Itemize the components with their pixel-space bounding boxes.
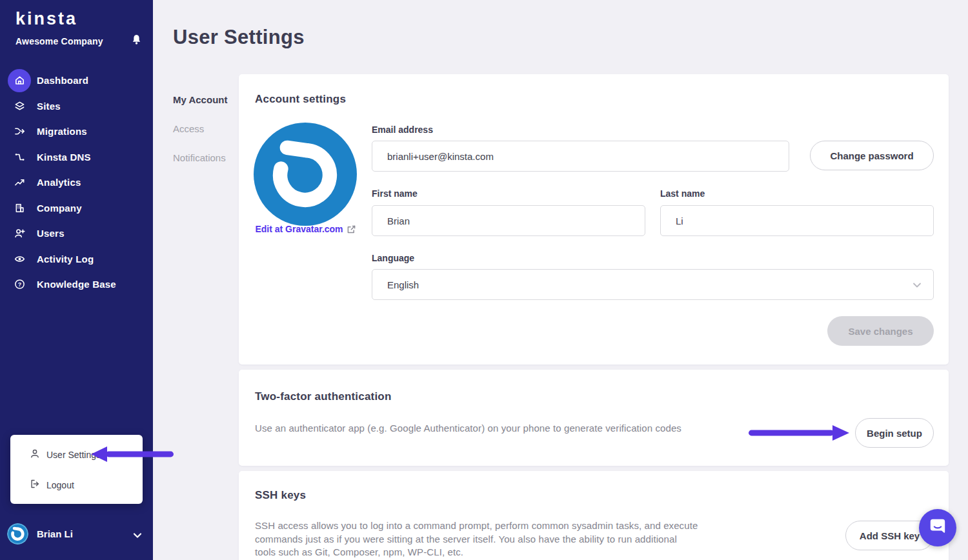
external-link-icon [347, 225, 356, 236]
menu-item-user-settings[interactable]: User Settings [30, 445, 101, 465]
sidebar-item-knowledge-base[interactable]: ? Knowledge Base [0, 272, 153, 297]
menu-item-logout[interactable]: Logout [30, 475, 74, 495]
annotation-arrow-left-icon [91, 446, 175, 465]
sidebar-item-label: Company [37, 203, 82, 214]
save-changes-button: Save changes [827, 316, 934, 346]
route-icon [8, 145, 31, 168]
email-field[interactable] [372, 141, 789, 172]
help-circle-icon: ? [8, 273, 31, 296]
ssh-keys-heading: SSH keys [255, 489, 306, 502]
chat-bubble-icon [929, 517, 947, 538]
person-icon [30, 448, 40, 461]
sidebar-item-label: Migrations [37, 126, 87, 137]
main-content: User Settings My Account Access Notifica… [153, 0, 968, 560]
sidebar: kinsta Awesome Company Dashboard [0, 0, 153, 560]
eye-icon [8, 247, 31, 270]
edit-gravatar-link[interactable]: Edit at Gravatar.com [255, 224, 343, 234]
sidebar-item-users[interactable]: Users [0, 221, 153, 246]
first-name-label: First name [372, 188, 418, 199]
sidebar-item-company[interactable]: Company [0, 195, 153, 221]
kinsta-dashboard: kinsta Awesome Company Dashboard [0, 0, 968, 560]
language-value: English [387, 279, 419, 290]
gravatar-link-row: Edit at Gravatar.com [247, 223, 363, 236]
trending-up-icon [8, 171, 31, 194]
user-name: Brian Li [37, 528, 73, 539]
sidebar-item-label: Dashboard [37, 75, 88, 86]
merge-icon [8, 120, 31, 143]
email-label: Email address [372, 125, 433, 135]
chat-widget-button[interactable] [919, 509, 956, 546]
bell-icon[interactable] [131, 34, 142, 48]
sidebar-item-label: Activity Log [37, 254, 94, 265]
layers-icon [8, 94, 31, 117]
last-name-field[interactable] [660, 205, 934, 236]
company-name: Awesome Company [15, 36, 103, 46]
sidebar-item-sites[interactable]: Sites [0, 94, 153, 119]
current-user-row[interactable]: Brian Li [0, 516, 153, 551]
company-row: Awesome Company [15, 34, 142, 48]
chevron-down-icon[interactable] [133, 530, 142, 541]
person-add-icon [8, 222, 31, 245]
chevron-down-icon [913, 281, 922, 292]
sidebar-item-dashboard[interactable]: Dashboard [0, 68, 153, 94]
sidebar-item-label: Knowledge Base [37, 279, 116, 290]
user-avatar [7, 523, 28, 545]
sidebar-item-migrations[interactable]: Migrations [0, 119, 153, 145]
account-settings-heading: Account settings [255, 93, 346, 106]
tab-access[interactable]: Access [173, 123, 227, 134]
sidebar-item-label: Sites [37, 101, 61, 112]
two-factor-description: Use an authenticator app (e.g. Google Au… [255, 422, 681, 435]
language-label: Language [372, 253, 414, 263]
annotation-arrow-right-icon [747, 425, 852, 444]
tab-my-account[interactable]: My Account [173, 94, 227, 105]
ssh-keys-description: SSH access allows you to log into a comm… [255, 519, 700, 559]
change-password-button[interactable]: Change password [810, 141, 934, 170]
sidebar-item-label: Analytics [37, 177, 81, 188]
gravatar-image [254, 123, 357, 226]
begin-setup-button[interactable]: Begin setup [855, 418, 934, 448]
home-icon [8, 69, 31, 92]
tab-notifications[interactable]: Notifications [173, 152, 227, 163]
sidebar-item-analytics[interactable]: Analytics [0, 170, 153, 195]
svg-text:?: ? [17, 281, 21, 288]
first-name-field[interactable] [372, 205, 645, 236]
two-factor-card: Two-factor authentication Use an authent… [239, 370, 949, 466]
settings-subnav: My Account Access Notifications [173, 94, 227, 181]
last-name-label: Last name [660, 188, 705, 199]
sidebar-item-kinsta-dns[interactable]: Kinsta DNS [0, 145, 153, 170]
ssh-keys-card: SSH keys SSH access allows you to log in… [239, 471, 949, 560]
page-title: User Settings [173, 26, 305, 49]
building-icon [8, 196, 31, 219]
kinsta-logo: kinsta [15, 9, 77, 29]
two-factor-heading: Two-factor authentication [255, 390, 392, 403]
sidebar-nav: Dashboard Sites Migrations [0, 68, 153, 297]
sidebar-item-label: Users [37, 228, 65, 239]
logout-icon [30, 479, 40, 492]
sidebar-item-activity-log[interactable]: Activity Log [0, 246, 153, 272]
sidebar-item-label: Kinsta DNS [37, 152, 91, 163]
menu-item-label: Logout [46, 480, 74, 490]
account-settings-card: Account settings Edit at Gravatar.com Em… [239, 74, 949, 365]
language-select[interactable]: English [372, 269, 934, 300]
